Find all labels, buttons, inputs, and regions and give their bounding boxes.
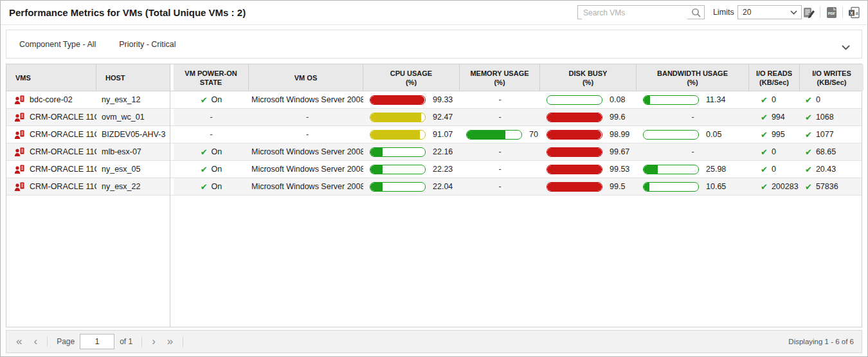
- schedule-report-icon[interactable]: [801, 5, 817, 20]
- next-page-icon[interactable]: ›: [146, 331, 161, 352]
- collapse-chevron-icon[interactable]: [842, 41, 850, 53]
- usage-bar-fill: [370, 113, 421, 122]
- table-row[interactable]: CRM-ORACLE 11Govm_wc_01--92.47-99.6-✔994…: [6, 109, 862, 126]
- metric-value: 99.53: [610, 165, 629, 174]
- chevron-down-icon: [790, 10, 797, 15]
- col-header-vms[interactable]: VMS: [6, 64, 96, 91]
- empty-value: -: [210, 130, 212, 139]
- col-header-io-reads[interactable]: I/O READS(KB/Sec): [749, 64, 800, 91]
- usage-bar-fill: [370, 131, 420, 139]
- ok-check-icon: ✔: [761, 165, 768, 174]
- host-cell: ovm_wc_01: [96, 109, 170, 125]
- metric-value: 22.04: [433, 182, 453, 191]
- memory-usage-cell: -: [460, 161, 540, 178]
- vm-name-cell[interactable]: CRM-ORACLE 11G: [6, 161, 96, 178]
- vm-name-cell[interactable]: CRM-ORACLE 11G: [6, 126, 96, 143]
- metric-value: 10.65: [706, 182, 726, 191]
- vm-name-cell[interactable]: CRM-ORACLE 11G: [6, 109, 96, 125]
- pagination-separator: [47, 336, 48, 347]
- col-header-memory-usage[interactable]: MEMORY USAGE(%): [460, 64, 540, 91]
- ok-check-icon: ✔: [761, 95, 768, 105]
- last-page-icon[interactable]: »: [161, 331, 179, 352]
- table-row[interactable]: CRM-ORACLE 11Gmlb-esx-07✔OnMicrosoft Win…: [6, 143, 862, 161]
- pdf-export-icon[interactable]: PDF: [824, 5, 839, 20]
- io-value: 0: [772, 95, 776, 104]
- vm-os-cell: Microsoft Windows Server 2008: [249, 178, 363, 195]
- svg-text:PDF: PDF: [827, 12, 835, 15]
- empty-value: -: [498, 147, 501, 156]
- cpu-usage-cell: 22.16: [363, 143, 460, 160]
- col-header-power-state[interactable]: VM POWER-ON STATE: [174, 64, 249, 91]
- table-row[interactable]: CRM-ORACLE 11Gny_esx_22✔OnMicrosoft Wind…: [6, 178, 862, 196]
- limits-select[interactable]: 20: [737, 5, 802, 19]
- filter-component-type[interactable]: Component Type - All: [19, 40, 96, 49]
- ok-check-icon: ✔: [805, 95, 812, 105]
- io-reads-cell: ✔995: [749, 126, 800, 143]
- vm-user-icon: [14, 130, 25, 140]
- col-header-vm-os[interactable]: VM OS: [249, 64, 363, 91]
- search-input[interactable]: [582, 6, 687, 19]
- power-state-cell: ✔On: [174, 143, 249, 160]
- io-value: 0: [772, 147, 776, 156]
- usage-bar: [547, 147, 602, 157]
- vm-os-text: Microsoft Windows Server 2008: [251, 165, 363, 174]
- vm-name-cell[interactable]: CRM-ORACLE 11G: [6, 178, 96, 195]
- io-writes-cell: ✔20.43: [800, 161, 863, 178]
- usage-bar-fill: [547, 165, 602, 174]
- power-state-cell: -: [174, 126, 249, 143]
- vm-os-text: Microsoft Windows Server 2008: [251, 147, 363, 156]
- bandwidth-usage-cell: 10.65: [637, 178, 749, 195]
- col-header-cpu-usage[interactable]: CPU USAGE(%): [363, 64, 460, 91]
- page-label: Page: [57, 337, 75, 346]
- vm-user-icon: [14, 95, 25, 105]
- io-reads-cell: ✔0: [749, 143, 800, 160]
- toolbar-icons: PDF Xa: [801, 5, 862, 20]
- io-value: 0: [816, 95, 820, 104]
- io-value: 20.43: [816, 165, 836, 174]
- host-name: mlb-esx-07: [102, 147, 141, 156]
- host-name: ny_esx_05: [102, 165, 140, 174]
- empty-value: -: [306, 113, 309, 122]
- io-value: On: [212, 147, 222, 156]
- excel-export-icon[interactable]: Xa: [846, 5, 862, 20]
- table-body: bdc-core-02ny_esx_12✔OnMicrosoft Windows…: [6, 91, 862, 196]
- page-of-label: of 1: [120, 337, 132, 346]
- table-row[interactable]: CRM-ORACLE 11Gny_esx_05✔OnMicrosoft Wind…: [6, 161, 862, 178]
- first-page-icon[interactable]: «: [10, 331, 28, 352]
- usage-bar: [466, 130, 522, 140]
- prev-page-icon[interactable]: ‹: [28, 331, 43, 352]
- pagination-separator: [183, 336, 183, 347]
- vm-name-cell[interactable]: bdc-core-02: [6, 91, 96, 108]
- metric-value: 92.47: [433, 113, 453, 122]
- pagination-bar: « ‹ Page of 1 › » Displaying 1 - 6 of 6: [6, 330, 862, 353]
- disk-busy-cell: 99.67: [540, 143, 637, 160]
- page-number-input[interactable]: [80, 334, 114, 349]
- col-header-host[interactable]: HOST: [96, 64, 170, 91]
- limits-value: 20: [743, 6, 751, 19]
- vm-name-cell[interactable]: CRM-ORACLE 11G: [6, 143, 96, 160]
- io-writes-cell: ✔1077: [800, 126, 863, 143]
- metric-value: 22.16: [433, 147, 453, 156]
- io-reads-cell: ✔994: [749, 109, 800, 125]
- memory-usage-cell: -: [460, 109, 540, 125]
- io-value: 995: [772, 130, 785, 139]
- col-header-disk-busy[interactable]: DISK BUSY(%): [540, 64, 637, 91]
- table-row[interactable]: bdc-core-02ny_esx_12✔OnMicrosoft Windows…: [6, 91, 862, 109]
- disk-busy-cell: 98.99: [540, 126, 637, 143]
- power-state-cell: -: [174, 109, 249, 125]
- bandwidth-usage-cell: -: [637, 109, 749, 125]
- vm-os-text: Microsoft Windows Server 2008: [251, 95, 363, 104]
- col-header-bandwidth-usage[interactable]: BANDWIDTH USAGE(%): [637, 64, 749, 91]
- filter-priority[interactable]: Priority - Critical: [119, 40, 176, 49]
- vm-name: CRM-ORACLE 11G: [30, 165, 96, 174]
- io-value: On: [212, 182, 222, 191]
- table-row[interactable]: CRM-ORACLE 11GBIZDEV05-AHV-3--91.077098.…: [6, 126, 862, 143]
- vm-name: CRM-ORACLE 11G: [30, 130, 96, 139]
- col-header-io-writes[interactable]: I/O WRITES(KB/Sec): [800, 64, 863, 91]
- usage-bar: [643, 182, 699, 192]
- ok-check-icon: ✔: [805, 182, 812, 192]
- search-icon[interactable]: [691, 8, 701, 21]
- io-value: On: [212, 95, 222, 104]
- toolbar-separator: [820, 6, 820, 18]
- filter-bar: Component Type - All Priority - Critical: [6, 30, 862, 59]
